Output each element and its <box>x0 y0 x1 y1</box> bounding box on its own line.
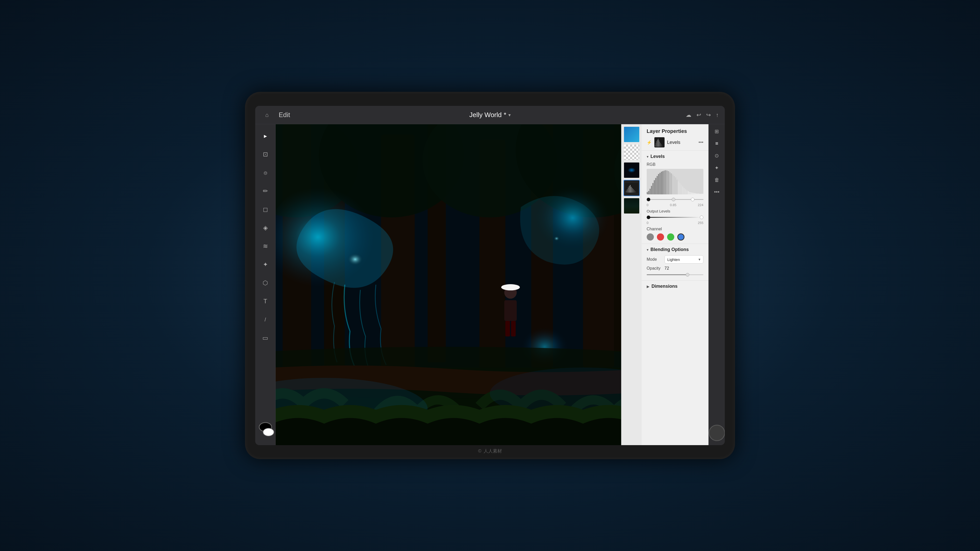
svg-rect-39 <box>631 187 632 192</box>
smudge-tool[interactable]: ≋ <box>259 240 272 253</box>
svg-rect-66 <box>657 176 658 194</box>
svg-rect-31 <box>511 321 515 337</box>
svg-rect-88 <box>688 191 689 194</box>
channel-radio-blue[interactable] <box>677 233 684 241</box>
svg-rect-55 <box>662 145 662 147</box>
svg-rect-94 <box>696 194 697 194</box>
image-tool[interactable]: ▭ <box>259 331 272 345</box>
side-icon-panel: ⊞ ≡ ⊙ ✦ 🗑 ••• <box>708 124 725 445</box>
svg-rect-44 <box>636 192 637 192</box>
svg-rect-85 <box>683 188 684 194</box>
props-header: Layer Properties ⚡ <box>641 124 708 151</box>
tablet-screen: ⌂ Edit Jelly World * ▾ ☁ ↩ ↪ ↑ ▸ ⊡ ⌾ ✏ <box>255 106 725 445</box>
svg-rect-74 <box>668 171 669 194</box>
adjustments-panel-icon[interactable]: ≡ <box>715 141 718 146</box>
output-black-thumb[interactable] <box>647 216 650 219</box>
layers-panel-icon[interactable]: ⊞ <box>714 128 719 135</box>
navigation-wheel[interactable] <box>709 425 725 441</box>
layer-properties-title: Layer Properties <box>647 128 703 134</box>
svg-rect-49 <box>657 140 658 147</box>
opacity-row: Opacity 72 <box>647 266 703 271</box>
svg-rect-48 <box>656 141 657 147</box>
share-icon[interactable]: ↑ <box>716 112 719 118</box>
input-black-thumb[interactable] <box>647 198 650 201</box>
svg-rect-40 <box>632 188 633 192</box>
svg-rect-80 <box>676 179 677 194</box>
more-options-icon[interactable]: ••• <box>714 189 719 195</box>
layer-item-forest[interactable] <box>624 198 640 214</box>
undo-icon[interactable]: ↩ <box>697 112 701 118</box>
svg-rect-53 <box>660 143 661 147</box>
layer-item-gradient[interactable] <box>624 126 640 143</box>
mode-label: Mode <box>647 257 662 262</box>
svg-rect-34 <box>626 191 627 192</box>
blending-title: Blending Options <box>651 247 689 252</box>
svg-rect-52 <box>659 142 660 147</box>
watermark: © 人人素材 <box>478 448 502 454</box>
channel-radio-green[interactable] <box>667 233 674 241</box>
input-mid-thumb[interactable] <box>672 198 675 201</box>
svg-rect-43 <box>635 191 636 192</box>
mode-row: Mode Lighten ▾ <box>647 256 703 264</box>
levels-section-header[interactable]: ▾ Levels <box>647 154 703 159</box>
chevron-down-icon[interactable]: ▾ <box>508 112 511 118</box>
lasso-tool[interactable]: ⌾ <box>259 166 272 179</box>
svg-rect-98 <box>702 194 703 194</box>
svg-rect-30 <box>505 321 510 337</box>
layer-item-levels[interactable] <box>624 180 640 196</box>
cloud-icon[interactable]: ☁ <box>686 112 691 118</box>
canvas-area[interactable] <box>275 124 621 445</box>
edit-label: Edit <box>279 111 290 119</box>
layer-name-label: Levels <box>667 140 696 145</box>
layer-item-jellyfish[interactable] <box>624 162 640 178</box>
blending-collapse-icon: ▾ <box>647 248 649 252</box>
layer-item-checker[interactable] <box>624 144 640 160</box>
filters-panel-icon[interactable]: ⊙ <box>714 152 719 159</box>
pen-tool[interactable]: / <box>259 313 272 326</box>
eraser-tool[interactable]: ◻ <box>259 203 272 216</box>
left-toolbar: ▸ ⊡ ⌾ ✏ ◻ ◈ ≋ ✦ ⬡ T / ▭ <box>255 124 275 445</box>
dimensions-header[interactable]: ▶ Dimensions <box>647 284 703 289</box>
output-levels-labels: 0 255 <box>647 221 703 225</box>
tablet-frame: ⌂ Edit Jelly World * ▾ ☁ ↩ ↪ ↑ ▸ ⊡ ⌾ ✏ <box>245 92 735 459</box>
layer-row: ⚡ <box>647 137 703 148</box>
svg-rect-95 <box>698 194 699 194</box>
svg-rect-61 <box>649 189 651 194</box>
eyedropper-tool[interactable]: ✦ <box>259 258 272 271</box>
dimensions-expand-icon: ▶ <box>647 284 649 289</box>
svg-rect-79 <box>675 177 676 194</box>
home-button[interactable]: ⌂ <box>261 110 272 121</box>
svg-rect-84 <box>682 186 683 194</box>
output-white-thumb[interactable] <box>700 216 703 219</box>
shape-tool[interactable]: ⬡ <box>259 276 272 289</box>
layer-thumbnail <box>654 137 665 148</box>
svg-rect-87 <box>686 190 687 194</box>
stamp-tool[interactable]: ◈ <box>259 221 272 234</box>
opacity-label: Opacity <box>647 266 662 271</box>
levels-title: Levels <box>651 154 665 159</box>
channel-label: Channel <box>647 227 703 231</box>
transform-tool[interactable]: ⊡ <box>259 148 272 161</box>
opacity-thumb[interactable] <box>686 273 689 276</box>
effects-panel-icon[interactable]: ✦ <box>714 165 719 171</box>
background-color[interactable] <box>263 428 274 436</box>
delete-icon[interactable]: 🗑 <box>714 177 719 183</box>
input-white-thumb[interactable] <box>691 198 694 201</box>
svg-rect-60 <box>648 191 649 194</box>
mode-select[interactable]: Lighten ▾ <box>665 256 703 264</box>
svg-rect-63 <box>652 183 653 194</box>
svg-rect-86 <box>685 189 686 194</box>
channel-radio-gray[interactable] <box>647 233 654 241</box>
redo-icon[interactable]: ↪ <box>706 112 711 118</box>
layer-more-button[interactable]: ••• <box>698 140 703 145</box>
svg-rect-27 <box>504 300 517 321</box>
select-tool[interactable]: ▸ <box>259 129 272 143</box>
svg-rect-83 <box>681 185 682 194</box>
text-tool[interactable]: T <box>259 295 272 308</box>
svg-rect-46 <box>655 145 655 147</box>
svg-rect-47 <box>655 143 656 147</box>
blending-section-header[interactable]: ▾ Blending Options <box>647 247 703 252</box>
brush-tool[interactable]: ✏ <box>259 184 272 198</box>
levels-collapse-icon: ▾ <box>647 155 649 159</box>
channel-radio-red[interactable] <box>657 233 664 241</box>
